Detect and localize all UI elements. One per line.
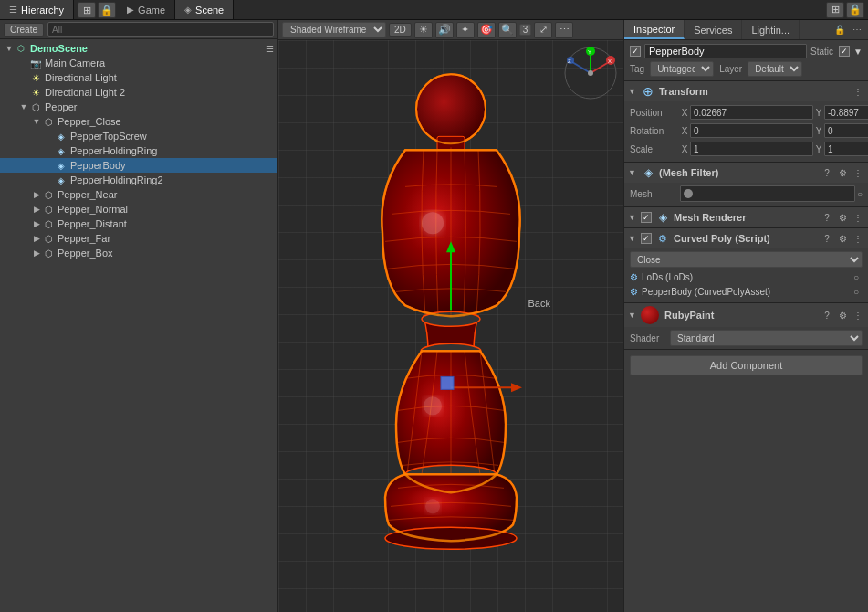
add-component-button[interactable]: Add Component <box>630 355 863 375</box>
object-icon-pepper-normal: ⬡ <box>42 203 55 216</box>
label-pepper-distant: Pepper_Distant <box>58 218 127 229</box>
more-btn[interactable]: ⋯ <box>555 22 573 38</box>
scale-x[interactable] <box>690 142 813 156</box>
scene-tool1[interactable]: ⊞ <box>826 2 844 18</box>
static-checkbox[interactable] <box>839 46 850 57</box>
mesh-icon-holding-ring2: ◈ <box>55 174 68 186</box>
tab-lighting[interactable]: Lightin... <box>742 20 800 39</box>
arrow-pepper-distant: ▶ <box>31 219 42 228</box>
scene-gizmo[interactable]: Y X Z <box>563 46 618 100</box>
mesh-selector[interactable] <box>680 185 855 202</box>
hierarchy-tool-btn[interactable]: ⊞ <box>78 2 96 18</box>
mesh-renderer-header[interactable]: ▼ ◈ Mesh Renderer ? ⚙ ⋮ <box>624 207 868 227</box>
audio-btn[interactable]: 🔊 <box>435 22 454 38</box>
create-button[interactable]: Create <box>4 23 44 37</box>
transform-context-menu[interactable]: ⋮ <box>852 85 864 98</box>
mesh-renderer-help[interactable]: ? <box>821 211 833 224</box>
tab-hierarchy[interactable]: ☰ Hierarchy <box>0 0 74 19</box>
mesh-renderer-more[interactable]: ⋮ <box>852 211 864 224</box>
lods-icon: ⚙ <box>630 272 638 282</box>
curved-poly-more[interactable]: ⋮ <box>852 232 864 245</box>
mesh-link-icon[interactable]: ○ <box>857 189 863 199</box>
asset-link-btn[interactable]: ○ <box>850 285 863 298</box>
scene-canvas[interactable]: Y X Z Back <box>278 40 623 612</box>
layer-select[interactable]: Default <box>748 61 802 77</box>
tree-item-pepper-holding-ring[interactable]: ◈ PepperHoldingRing <box>0 143 277 158</box>
svg-line-22 <box>572 62 591 73</box>
tree-item-pepper[interactable]: ▼ ⬡ Pepper <box>0 100 277 114</box>
mesh-filter-settings[interactable]: ⚙ <box>836 166 849 179</box>
tree-item-pepper-distant[interactable]: ▶ ⬡ Pepper_Distant <box>0 216 277 231</box>
inspector-more-icon[interactable]: ⋯ <box>850 25 864 35</box>
inspector-lock-icon[interactable]: 🔒 <box>831 25 848 35</box>
curved-poly-enabled[interactable] <box>641 233 652 244</box>
tree-item-dir-light2[interactable]: ☀ Directional Light 2 <box>0 85 277 100</box>
curved-poly-actions: ? ⚙ ⋮ <box>821 232 864 245</box>
material-more[interactable]: ⋮ <box>852 309 864 322</box>
position-x[interactable] <box>690 105 813 120</box>
arrow-pepper-far: ▶ <box>31 234 42 243</box>
tree-item-pepper-normal[interactable]: ▶ ⬡ Pepper_Normal <box>0 202 277 216</box>
material-help[interactable]: ? <box>821 309 833 322</box>
shading-dropdown[interactable]: Shaded Wireframe <box>282 22 386 37</box>
tree-item-pepper-far[interactable]: ▶ ⬡ Pepper_Far <box>0 231 277 246</box>
rotation-row: Rotation X Y Z <box>630 122 863 139</box>
shader-select[interactable]: Standard <box>670 330 863 346</box>
lighting-btn[interactable]: ☀ <box>414 22 433 38</box>
tree-item-pepper-near[interactable]: ▶ ⬡ Pepper_Near <box>0 187 277 202</box>
shader-row: Shader Standard <box>630 330 863 346</box>
search-scene-btn[interactable]: 🔍 <box>498 22 517 38</box>
object-name-input[interactable] <box>644 44 807 58</box>
material-component: ▼ RubyPaint ? ⚙ ⋮ Shader Standard <box>624 303 868 350</box>
svg-marker-13 <box>511 383 522 392</box>
tree-item-pepper-box[interactable]: ▶ ⬡ Pepper_Box <box>0 246 277 260</box>
tab-services[interactable]: Services <box>685 20 742 39</box>
tree-item-pepper-close[interactable]: ▼ ⬡ Pepper_Close <box>0 114 277 129</box>
transform-title: Transform <box>659 86 852 97</box>
svg-line-19 <box>591 62 609 73</box>
object-active-checkbox[interactable] <box>630 46 641 57</box>
tree-item-demoscene[interactable]: ▼ ⬡ DemoScene ☰ <box>0 41 277 56</box>
2d-mode-btn[interactable]: 2D <box>389 23 412 37</box>
rotation-y[interactable] <box>824 123 868 138</box>
tree-item-main-camera[interactable]: 📷 Main Camera <box>0 56 277 70</box>
mesh-renderer-settings[interactable]: ⚙ <box>836 211 849 224</box>
object-icon-pepper-distant: ⬡ <box>42 217 55 230</box>
tree-item-pepper-top-screw[interactable]: ◈ PepperTopScrew <box>0 129 277 143</box>
svg-point-25 <box>588 70 593 76</box>
gizmos-btn[interactable]: 🎯 <box>477 22 496 38</box>
scene-icon-demoscene: ⬡ <box>15 42 27 55</box>
static-dropdown-arrow[interactable]: ▼ <box>853 47 863 57</box>
tree-item-dir-light[interactable]: ☀ Directional Light <box>0 70 277 85</box>
curved-poly-settings[interactable]: ⚙ <box>836 232 849 245</box>
tree-item-pepper-body[interactable]: ◈ PepperBody <box>0 158 277 173</box>
curved-poly-help[interactable]: ? <box>821 232 833 245</box>
scale-y[interactable] <box>824 142 868 156</box>
tab-scene[interactable]: ◈ Scene <box>175 0 234 19</box>
tag-select[interactable]: Untagged <box>650 61 714 77</box>
tab-game[interactable]: ▶ Game <box>118 0 175 19</box>
maximize-btn[interactable]: ⤢ <box>534 22 552 38</box>
hierarchy-lock-btn[interactable]: 🔒 <box>98 2 116 18</box>
rotation-x[interactable] <box>690 123 813 138</box>
mesh-renderer-enabled[interactable] <box>641 212 652 223</box>
curved-poly-header[interactable]: ▼ ⚙ Curved Poly (Script) ? ⚙ ⋮ <box>624 228 868 248</box>
tree-item-pepper-holding-ring2[interactable]: ◈ PepperHoldingRing2 <box>0 173 277 187</box>
material-settings[interactable]: ⚙ <box>836 309 849 322</box>
mesh-filter-help[interactable]: ? <box>821 166 833 179</box>
label-pepper-close: Pepper_Close <box>58 116 121 127</box>
mesh-filter-more[interactable]: ⋮ <box>852 166 864 179</box>
lods-link-btn[interactable]: ○ <box>850 270 863 283</box>
scene-tool2[interactable]: 🔒 <box>846 2 864 18</box>
arrow-pepper-near: ▶ <box>31 190 42 199</box>
scene-icon: ◈ <box>184 5 192 15</box>
material-header[interactable]: ▼ RubyPaint ? ⚙ ⋮ <box>624 303 868 327</box>
curved-poly-mode-select[interactable]: Close <box>630 251 863 268</box>
search-input[interactable] <box>47 22 274 37</box>
demoscene-menu[interactable]: ☰ <box>266 44 274 54</box>
mesh-filter-header[interactable]: ▼ ◈ (Mesh Filter) ? ⚙ ⋮ <box>624 163 868 183</box>
effects-btn[interactable]: ✦ <box>456 22 475 38</box>
position-y[interactable] <box>824 105 868 120</box>
tab-inspector[interactable]: Inspector <box>624 20 685 39</box>
transform-header[interactable]: ▼ ⊕ Transform ⋮ <box>624 81 868 101</box>
